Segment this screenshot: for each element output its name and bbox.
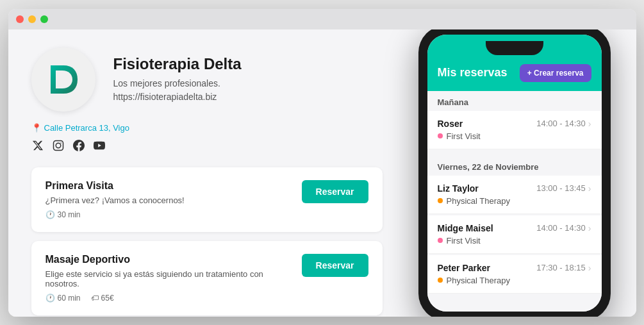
service-card-top-2: Masaje Deportivo Elige este servicio si … <box>45 254 368 288</box>
profile-info: Fisioterapia Delta Los mejores profesion… <box>113 55 242 104</box>
time-value: 14:00 - 14:30 <box>536 119 586 128</box>
service-info: Primera Visita ¿Primera vez? ¡Vamos a co… <box>45 180 289 205</box>
phone-frame: Mis reservas + Crear reserva Mañana Rose… <box>418 29 611 317</box>
type-dot-orange-liz <box>438 198 443 203</box>
chevron-icon-liz: › <box>588 183 591 194</box>
phone-panel: Mis reservas + Crear reserva Mañana Rose… <box>406 29 636 317</box>
appointment-time-liz: 13:00 - 13:45 › <box>536 183 591 194</box>
type-label-liz: Physical Therapy <box>447 196 510 206</box>
crear-reserva-button[interactable]: + Crear reserva <box>520 64 591 82</box>
appointment-row-midge-top: Midge Maisel 14:00 - 14:30 › <box>438 223 591 233</box>
phone-screen: Mis reservas + Crear reserva Mañana Rose… <box>427 35 602 312</box>
appointment-time-peter: 17:30 - 18:15 › <box>536 263 591 273</box>
appointment-type-midge: First Visit <box>438 236 591 246</box>
chevron-icon: › <box>588 119 591 129</box>
social-icons <box>31 139 383 152</box>
clinic-logo <box>31 47 95 112</box>
youtube-icon[interactable] <box>93 139 106 152</box>
reservar-button-1[interactable]: Reservar <box>302 180 368 203</box>
service-desc: ¿Primera vez? ¡Vamos a conocernos! <box>45 196 289 205</box>
appointment-type-peter: Physical Therapy <box>438 276 591 285</box>
clinic-tagline: Los mejores profesionales. <box>113 77 242 90</box>
svg-point-2 <box>60 142 62 144</box>
chevron-icon-midge: › <box>588 223 591 233</box>
clinic-name: Fisioterapia Delta <box>113 55 242 73</box>
service-meta-2: 🕐 60 min 🏷 65€ <box>45 294 368 303</box>
svg-rect-0 <box>53 140 63 150</box>
website-panel: Fisioterapia Delta Los mejores profesion… <box>8 29 406 317</box>
facebook-icon[interactable] <box>72 139 85 152</box>
duration-meta-2: 🕐 60 min <box>45 294 81 303</box>
appointment-time-midge: 14:00 - 14:30 › <box>536 223 591 233</box>
service-info-2: Masaje Deportivo Elige este servicio si … <box>45 254 289 288</box>
location-text[interactable]: Calle Petrarca 13, Vigo <box>44 123 129 133</box>
appointment-peter-parker[interactable]: Peter Parker 17:30 - 18:15 › Physical Th… <box>427 255 602 294</box>
reservar-button-2[interactable]: Reservar <box>302 254 368 277</box>
close-button[interactable] <box>16 15 24 23</box>
services-list: Primera Visita ¿Primera vez? ¡Vamos a co… <box>31 167 383 315</box>
appointment-type-liz: Physical Therapy <box>438 196 591 206</box>
time-value-liz: 13:00 - 13:45 <box>536 183 586 193</box>
clock-icon-2: 🕐 <box>45 294 55 303</box>
mac-window: Fisioterapia Delta Los mejores profesion… <box>8 9 636 317</box>
duration-value: 30 min <box>58 210 81 219</box>
type-dot-orange-peter <box>438 278 443 283</box>
svg-point-1 <box>56 143 61 148</box>
phone-body[interactable]: Mañana Roser 14:00 - 14:30 › <box>427 91 602 312</box>
duration-meta: 🕐 30 min <box>45 210 81 219</box>
instagram-icon[interactable] <box>52 139 65 152</box>
service-meta: 🕐 30 min <box>45 210 368 219</box>
appointment-name-peter: Peter Parker <box>438 263 491 273</box>
appointment-name-roser: Roser <box>438 119 463 129</box>
type-label: First Visit <box>447 131 481 141</box>
profile-header: Fisioterapia Delta Los mejores profesion… <box>31 47 383 112</box>
appointment-row-liz-top: Liz Taylor 13:00 - 13:45 › <box>438 183 591 194</box>
appointment-midge-maisel[interactable]: Midge Maisel 14:00 - 14:30 › First Visit <box>427 215 602 254</box>
section-divider <box>427 151 602 156</box>
type-dot-pink-midge <box>438 238 443 243</box>
type-label-midge: First Visit <box>447 236 481 246</box>
section-header-manana: Mañana <box>427 91 602 111</box>
section-header-viernes: Viernes, 22 de Noviembre <box>427 156 602 176</box>
service-title-2: Masaje Deportivo <box>45 254 289 265</box>
type-label-peter: Physical Therapy <box>447 276 510 285</box>
time-value-peter: 17:30 - 18:15 <box>536 263 586 272</box>
location-pin-icon: 📍 <box>31 123 42 133</box>
service-card-top: Primera Visita ¿Primera vez? ¡Vamos a co… <box>45 180 368 205</box>
phone-title: Mis reservas <box>438 66 508 79</box>
clock-icon: 🕐 <box>45 210 55 219</box>
chevron-icon-peter: › <box>588 263 591 273</box>
phone-header: Mis reservas + Crear reserva <box>427 58 602 91</box>
appointment-time-roser: 14:00 - 14:30 › <box>536 119 591 129</box>
appointment-row-peter-top: Peter Parker 17:30 - 18:15 › <box>438 263 591 273</box>
duration-value-2: 60 min <box>58 294 81 303</box>
clinic-url: https://fisioterapiadelta.biz <box>113 90 242 104</box>
price-icon: 🏷 <box>91 294 99 303</box>
appointment-roser[interactable]: Roser 14:00 - 14:30 › First Visit <box>427 111 602 149</box>
appointment-row-top: Roser 14:00 - 14:30 › <box>438 119 591 129</box>
price-meta: 🏷 65€ <box>91 294 114 303</box>
service-card-primera-visita: Primera Visita ¿Primera vez? ¡Vamos a co… <box>31 167 383 232</box>
minimize-button[interactable] <box>28 15 36 23</box>
service-title: Primera Visita <box>45 180 289 192</box>
twitter-icon[interactable] <box>31 139 44 152</box>
appointment-type-roser: First Visit <box>438 131 591 141</box>
service-desc-2: Elige este servicio si ya estás siguiend… <box>45 269 289 288</box>
phone-notch-area <box>427 35 602 58</box>
time-value-midge: 14:00 - 14:30 <box>536 223 586 233</box>
appointment-liz-taylor[interactable]: Liz Taylor 13:00 - 13:45 › Physical Ther… <box>427 176 602 214</box>
maximize-button[interactable] <box>40 15 48 23</box>
location-row: 📍 Calle Petrarca 13, Vigo <box>31 123 383 133</box>
price-value: 65€ <box>101 294 114 303</box>
window-content: Fisioterapia Delta Los mejores profesion… <box>8 29 636 317</box>
service-card-masaje-deportivo: Masaje Deportivo Elige este servicio si … <box>31 241 383 315</box>
type-dot-pink <box>438 133 443 138</box>
phone-notch <box>486 41 543 55</box>
appointment-name-liz: Liz Taylor <box>438 183 479 194</box>
appointment-name-midge: Midge Maisel <box>438 223 493 233</box>
title-bar <box>8 9 636 29</box>
